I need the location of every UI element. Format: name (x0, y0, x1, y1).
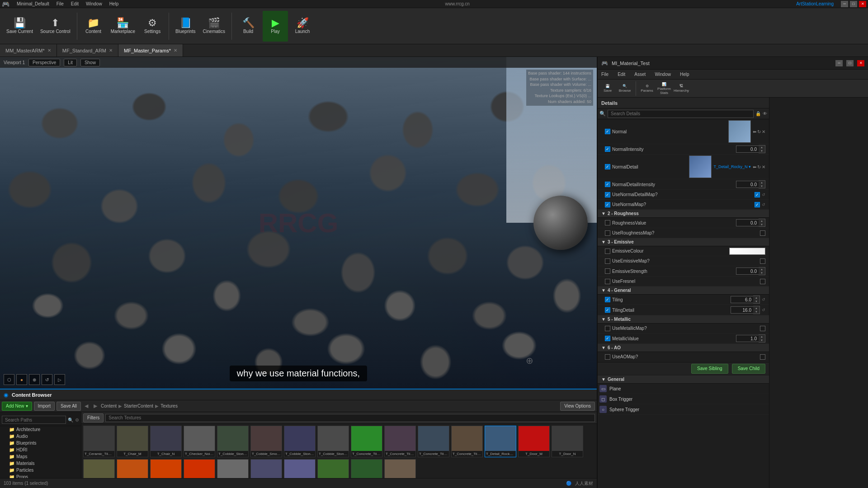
es-up[interactable]: ▲ (759, 267, 765, 271)
bc-starter[interactable]: StarterContent (124, 404, 153, 408)
tab-close-1[interactable]: ✕ (109, 48, 113, 53)
save-all-button[interactable]: Save All (57, 402, 81, 411)
td-input[interactable] (731, 306, 753, 314)
bc-content[interactable]: Content (101, 404, 117, 408)
ndi-down[interactable]: ▼ (759, 184, 765, 188)
ndi-checkbox[interactable]: ✓ (605, 182, 610, 187)
maximize-btn[interactable]: □ (850, 1, 857, 7)
asset-item[interactable]: T_Fire_Tiled_D (184, 459, 215, 478)
menu-window[interactable]: Window (86, 1, 102, 6)
viewport-icon-1[interactable]: ⬡ (4, 374, 14, 385)
undm-bool[interactable]: ✓ (755, 192, 760, 197)
tree-item-maps[interactable]: 📁 Maps (0, 453, 81, 460)
rp-hierarchy-btn[interactable]: 🏗 Hierarchy (673, 81, 689, 96)
marketplace-button[interactable]: 🏪 Marketplace (108, 11, 138, 42)
umm-bool[interactable] (760, 326, 765, 331)
tree-item-blueprints[interactable]: 📁 Blueprints (0, 440, 81, 446)
tab-mf-master-params[interactable]: MF_Master_Params* ✕ (118, 44, 183, 56)
asset-item[interactable]: T_Concrete_Tiles_D (351, 426, 382, 457)
uao-bool[interactable] (760, 354, 765, 360)
search-paths-settings[interactable]: ⚙ (75, 418, 79, 422)
ndi-up[interactable]: ▲ (759, 181, 765, 184)
ni-input[interactable] (736, 145, 759, 153)
normal-checkbox[interactable]: ✓ (605, 129, 610, 134)
normal-browse-icon[interactable]: ⬅ (753, 129, 756, 134)
tab-close-2[interactable]: ✕ (174, 48, 177, 53)
play-button[interactable]: ▶ Play (263, 11, 288, 42)
tree-item-materials[interactable]: 📁 Materials (0, 460, 81, 467)
tree-item-hdri[interactable]: 📁 HDRI (0, 446, 81, 453)
viewport-icon-4[interactable]: ↺ (42, 374, 52, 385)
uem-checkbox[interactable] (605, 258, 610, 264)
asset-item[interactable]: T_Door_N (552, 426, 583, 457)
viewport[interactable]: Viewport 1 Perspective Lit Show ⬡ ● ⊕ ↺ … (0, 57, 597, 389)
rp-menu-edit[interactable]: Edit (616, 72, 627, 77)
td-arrow[interactable]: ↺ (762, 308, 765, 312)
asset-item[interactable]: T_Dust_Particle_D (83, 459, 115, 478)
minimize-btn[interactable]: ─ (841, 1, 848, 7)
asset-item[interactable]: T_Door_M (518, 426, 550, 457)
asset-item[interactable]: T_Cobble_Stone_Rough_D (284, 426, 316, 457)
rp-platform-stats-btn[interactable]: 📊 Platform Stats (656, 81, 672, 96)
asset-item[interactable]: T_Frame_M (217, 459, 249, 478)
details-eye-icon[interactable]: 👁 (763, 111, 767, 116)
rp-menu-help[interactable]: Help (678, 72, 691, 77)
emissive-section-header[interactable]: ▼ 3 - Emissive (598, 238, 769, 246)
menu-file[interactable]: File (57, 1, 64, 6)
uao-checkbox[interactable] (605, 354, 610, 360)
normal-refresh-icon[interactable]: ↻ (757, 129, 761, 134)
td-up[interactable]: ▲ (753, 306, 760, 310)
ni-down[interactable]: ▼ (759, 149, 765, 153)
lit-btn[interactable]: Lit (64, 59, 77, 66)
undm-checkbox[interactable]: ✓ (605, 192, 610, 197)
asset-item[interactable]: T_Ground_Gravel_D (384, 459, 416, 478)
metallic-section-header[interactable]: ▼ 5 - Metallic (598, 315, 769, 324)
mv-checkbox[interactable]: ✓ (605, 336, 610, 341)
asset-item[interactable]: T_Ground_Grass_N (351, 459, 382, 478)
mv-down[interactable]: ▼ (759, 338, 765, 342)
t-down[interactable]: ▼ (753, 300, 760, 303)
bc-textures[interactable]: Textures (160, 404, 178, 408)
mv-up[interactable]: ▲ (759, 335, 765, 338)
t-up[interactable]: ▲ (753, 296, 760, 300)
blueprints-button[interactable]: 📘 Blueprints (173, 11, 198, 42)
rv-checkbox[interactable] (605, 220, 610, 225)
nd-browse-icon[interactable]: ⬅ (753, 164, 756, 169)
uf-bool[interactable] (760, 279, 765, 284)
asset-item[interactable]: T_Chair_N (150, 426, 182, 457)
roughness-section-header[interactable]: ▼ 2 - Roughness (598, 210, 769, 218)
rp-browse-btn[interactable]: 🔍 Browse (617, 81, 633, 96)
rp-maximize-btn[interactable]: □ (846, 60, 854, 66)
tree-item-audio[interactable]: 📁 Audio (0, 433, 81, 440)
emissive-color-preview[interactable] (729, 248, 765, 255)
rp-menu-window[interactable]: Window (653, 72, 673, 77)
asset-item[interactable]: T_Checker_Noise_M (184, 426, 215, 457)
ao-section-header[interactable]: ▼ 6 - AO (598, 344, 769, 352)
cinematics-button[interactable]: 🎬 Cinematics (200, 11, 228, 42)
nd-refresh-icon[interactable]: ↻ (757, 164, 761, 169)
unm-bool[interactable]: ✓ (755, 202, 760, 207)
search-paths-icon[interactable]: 🔍 (68, 418, 73, 422)
tab-mm-masterarm[interactable]: MM_MasterARM* ✕ (0, 44, 57, 56)
es-down[interactable]: ▼ (759, 271, 765, 275)
viewport-icon-2[interactable]: ● (16, 374, 27, 385)
asset-item[interactable]: T_Concrete_Tiles_N (418, 426, 449, 457)
ni-up[interactable]: ▲ (759, 145, 765, 149)
normal-clear-icon[interactable]: ✕ (762, 129, 765, 134)
show-btn[interactable]: Show (80, 59, 100, 66)
general-item-box-trigger[interactable]: ◻ Box Trigger (598, 394, 769, 404)
general-item-sphere-trigger[interactable]: ○ Sphere Trigger (598, 404, 769, 415)
unm-arrow[interactable]: ↺ (762, 202, 765, 207)
filters-button[interactable]: Filters (83, 413, 104, 422)
tree-item-particles[interactable]: 📁 Particles (0, 467, 81, 474)
asset-item[interactable]: T_Fire_SubUV (150, 459, 182, 478)
search-textures-input[interactable] (105, 414, 595, 422)
tab-close-0[interactable]: ✕ (47, 48, 51, 53)
menu-edit[interactable]: Edit (71, 1, 79, 6)
rv-down[interactable]: ▼ (759, 223, 765, 226)
nd-checkbox[interactable]: ✓ (605, 164, 610, 169)
search-paths-input[interactable] (2, 416, 66, 424)
umm-checkbox[interactable] (605, 326, 610, 331)
save-sibling-button[interactable]: Save Sibling (691, 364, 728, 374)
add-new-button[interactable]: Add New ▾ (2, 402, 32, 411)
